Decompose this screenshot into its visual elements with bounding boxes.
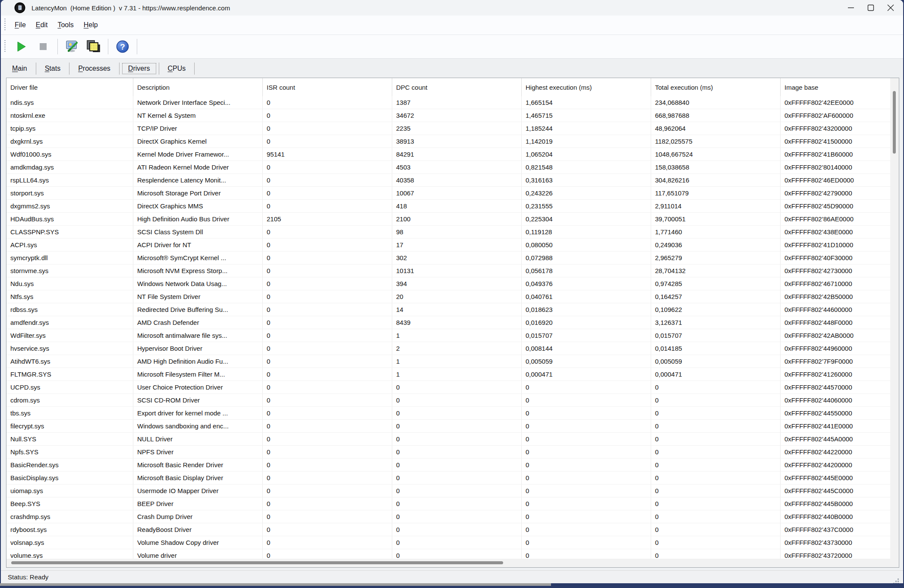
table-row[interactable]: symcryptk.dllMicrosoft® SymCrypt Kernel … <box>6 252 890 264</box>
menu-item-help[interactable]: Help <box>80 21 102 29</box>
cell-dpc-count: 10067 <box>392 187 522 200</box>
table-row[interactable]: ACPI.sysACPI Driver for NT0170,0800500,2… <box>6 239 890 252</box>
table-row[interactable]: tcpip.sysTCP/IP Driver022351,18524448,96… <box>6 122 890 135</box>
cell-total-execution-ms: 2,911014 <box>651 200 781 213</box>
table-row[interactable]: FLTMGR.SYSMicrosoft Filesystem Filter M.… <box>6 368 890 381</box>
table-row[interactable]: ndis.sysNetwork Driver Interface Speci..… <box>6 96 890 109</box>
close-button[interactable] <box>881 0 901 16</box>
column-header-driver-file[interactable]: Driver file <box>6 78 133 96</box>
cell-isr-count: 0 <box>263 368 392 381</box>
table-row[interactable]: volume.sysVolume driver00000xFFFFF802’43… <box>6 549 890 559</box>
cell-dpc-count: 0 <box>392 510 522 523</box>
cell-isr-count: 0 <box>263 290 392 303</box>
cell-driver-file: UCPD.sys <box>6 381 133 394</box>
column-header-total-execution-ms[interactable]: Total execution (ms) <box>651 78 781 96</box>
horizontal-scrollbar[interactable] <box>6 559 890 567</box>
minimize-button[interactable] <box>841 0 861 16</box>
table-row[interactable]: storport.sysMicrosoft Storage Port Drive… <box>6 187 890 200</box>
analyze-monitor-icon[interactable] <box>61 37 83 56</box>
cell-description: High Definition Audio Bus Driver <box>133 213 263 226</box>
maximize-button[interactable] <box>861 0 881 16</box>
cell-image-base: 0xFFFFF802’86AE0000 <box>781 213 890 226</box>
table-row[interactable]: CLASSPNP.SYSSCSI Class System Dll0980,11… <box>6 226 890 239</box>
table-row[interactable]: BasicRender.sysMicrosoft Basic Render Dr… <box>6 459 890 472</box>
table-row[interactable]: stornvme.sysMicrosoft NVM Express Storp.… <box>6 264 890 277</box>
cell-dpc-count: 418 <box>392 200 522 213</box>
tab-cpus[interactable]: CPUs <box>162 63 192 74</box>
table-row[interactable]: ntoskrnl.exeNT Kernel & System0346721,46… <box>6 109 890 122</box>
table-row[interactable]: Ntfs.sysNT File System Driver0200,040761… <box>6 290 890 303</box>
table-row[interactable]: dxgmms2.sysDirectX Graphics MMS04180,231… <box>6 200 890 213</box>
status-bar: Status: Ready <box>1 570 903 583</box>
cell-highest-execution-ms: 0,231555 <box>522 200 651 213</box>
table-row[interactable]: amdfendr.sysAMD Crash Defender084390,016… <box>6 316 890 329</box>
column-header-description[interactable]: Description <box>133 78 263 96</box>
table-row[interactable]: hvservice.sysHypervisor Boot Driver020,0… <box>6 342 890 355</box>
stop-icon[interactable] <box>32 37 54 56</box>
table-row[interactable]: cdrom.sysSCSI CD-ROM Driver00000xFFFFF80… <box>6 394 890 407</box>
copy-pages-icon[interactable] <box>83 37 104 56</box>
table-row[interactable]: uiomap.sysUsermode IO Mapper Driver00000… <box>6 484 890 497</box>
table-row[interactable]: rspLLL64.sysResplendence Latency Monit..… <box>6 174 890 187</box>
table-row[interactable]: WdFilter.sysMicrosoft antimalware file s… <box>6 329 890 342</box>
table-row[interactable]: volsnap.sysVolume Shadow Copy driver0000… <box>6 536 890 549</box>
column-header-isr-count[interactable]: ISR count <box>263 78 392 96</box>
column-header-highest-execution-ms[interactable]: Highest execution (ms) <box>522 78 651 96</box>
cell-total-execution-ms: 117,651079 <box>651 187 781 200</box>
table-row[interactable]: AtihdWT6.sysAMD High Definition Audio Fu… <box>6 355 890 368</box>
tab-separator <box>36 63 36 75</box>
column-header-dpc-count[interactable]: DPC count <box>392 78 522 96</box>
help-icon[interactable]: ? <box>112 37 133 56</box>
column-header-image-base[interactable]: Image base <box>781 78 890 96</box>
cell-highest-execution-ms: 0,243226 <box>522 187 651 200</box>
table-row[interactable]: Wdf01000.sysKernel Mode Driver Framewor.… <box>6 148 890 161</box>
menu-item-tools[interactable]: Tools <box>54 21 77 29</box>
cell-driver-file: Ntfs.sys <box>6 290 133 303</box>
tab-main[interactable]: Main <box>6 63 33 74</box>
cell-image-base: 0xFFFFF802’42B50000 <box>781 290 890 303</box>
cell-isr-count: 0 <box>263 355 392 368</box>
cell-dpc-count: 0 <box>392 394 522 407</box>
cell-description: DirectX Graphics Kernel <box>133 135 263 148</box>
cell-dpc-count: 1 <box>392 355 522 368</box>
cell-isr-count: 0 <box>263 174 392 187</box>
tab-processes[interactable]: Processes <box>72 63 117 74</box>
table-row[interactable]: crashdmp.sysCrash Dump Driver00000xFFFFF… <box>6 510 890 523</box>
svg-text:?: ? <box>120 42 125 51</box>
vertical-scrollbar[interactable] <box>890 78 899 559</box>
table-row[interactable]: dxgkrnl.sysDirectX Graphics Kernel038913… <box>6 135 890 148</box>
cell-dpc-count: 0 <box>392 459 522 472</box>
menu-item-file[interactable]: File <box>11 21 30 29</box>
horizontal-scrollbar-thumb[interactable] <box>11 561 503 564</box>
cell-dpc-count: 302 <box>392 252 522 264</box>
play-icon[interactable] <box>11 37 32 56</box>
cell-total-execution-ms: 0 <box>651 446 781 459</box>
toolbar-gripper <box>4 40 6 53</box>
table-row[interactable]: amdkmdag.sysATI Radeon Kernel Mode Drive… <box>6 161 890 174</box>
table-row[interactable]: HDAudBus.sysHigh Definition Audio Bus Dr… <box>6 213 890 226</box>
table-row[interactable]: rdbss.sysRedirected Drive Buffering Su..… <box>6 303 890 316</box>
resize-grip[interactable] <box>898 579 899 580</box>
table-row[interactable]: Beep.SYSBEEP Driver00000xFFFFF802’445B00… <box>6 497 890 510</box>
table-row[interactable]: Null.SYSNULL Driver00000xFFFFF802’445A00… <box>6 433 890 446</box>
table-row[interactable]: BasicDisplay.sysMicrosoft Basic Display … <box>6 472 890 484</box>
cell-highest-execution-ms: 1,185244 <box>522 122 651 135</box>
table-row[interactable]: UCPD.sysUser Choice Protection Driver000… <box>6 381 890 394</box>
table-row[interactable]: rdyboost.sysReadyBoost Driver00000xFFFFF… <box>6 523 890 536</box>
cell-isr-count: 0 <box>263 252 392 264</box>
cell-description: Redirected Drive Buffering Su... <box>133 303 263 316</box>
table-row[interactable]: tbs.sysExport driver for kernel mode ...… <box>6 407 890 420</box>
cell-highest-execution-ms: 0,015707 <box>522 329 651 342</box>
table-body: ndis.sysNetwork Driver Interface Speci..… <box>6 96 899 559</box>
tab-drivers[interactable]: Drivers <box>122 63 156 74</box>
tab-stats[interactable]: Stats <box>39 63 66 74</box>
table-row[interactable]: Npfs.SYSNPFS Driver00000xFFFFF802’442200… <box>6 446 890 459</box>
vertical-scrollbar-thumb[interactable] <box>893 91 896 154</box>
cell-driver-file: tbs.sys <box>6 407 133 420</box>
table-row[interactable]: Ndu.sysWindows Network Data Usag...03940… <box>6 277 890 290</box>
cell-driver-file: BasicRender.sys <box>6 459 133 472</box>
window-controls <box>841 0 903 16</box>
cell-driver-file: WdFilter.sys <box>6 329 133 342</box>
menu-item-edit[interactable]: Edit <box>32 21 52 29</box>
table-row[interactable]: filecrypt.sysWindows sandboxing and enc.… <box>6 420 890 433</box>
